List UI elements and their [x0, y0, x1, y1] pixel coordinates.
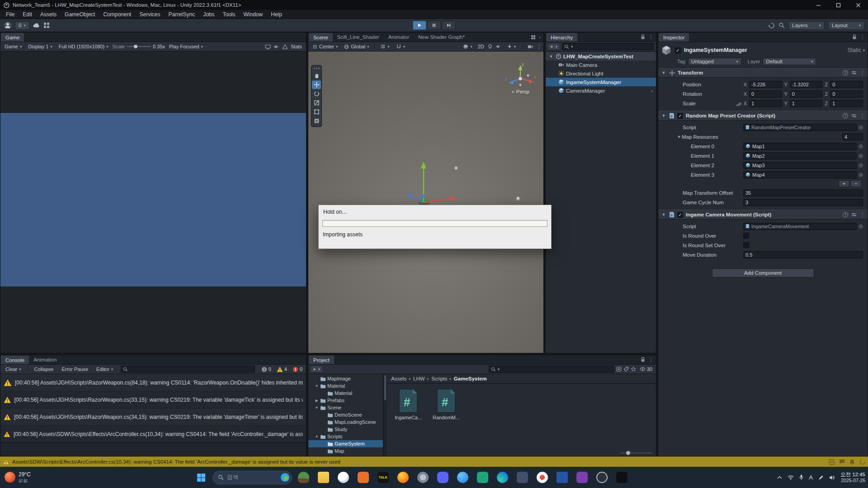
lock-icon[interactable]	[641, 34, 645, 40]
move-tool-button[interactable]	[312, 80, 321, 89]
tab-animator[interactable]: Animator	[384, 33, 414, 42]
help-icon[interactable]: ?	[843, 212, 848, 217]
folder-row[interactable]: MapImage	[308, 375, 383, 382]
shading-mode-dropdown[interactable]: ▾	[461, 44, 474, 49]
static-dropdown[interactable]: Static ▾	[848, 47, 865, 53]
position-y-field[interactable]: -1.3202	[790, 81, 823, 88]
taskbar-app-teal[interactable]	[474, 469, 491, 487]
tab-hierarchy[interactable]: Hierarchy	[546, 33, 577, 42]
search-icon[interactable]	[778, 22, 785, 28]
scene-orientation-gizmo[interactable]: y x z < Persp	[504, 61, 537, 94]
menu-tools[interactable]: Tools	[219, 10, 240, 19]
folder-row[interactable]: Material	[308, 389, 383, 397]
game-view[interactable]	[0, 52, 306, 353]
kebab-menu-icon[interactable]: ⋮	[860, 34, 865, 40]
is-round-over-checkbox[interactable]	[743, 233, 749, 239]
menu-services[interactable]: Services	[135, 10, 164, 19]
hierarchy-item-ingamesystemmanager[interactable]: IngameSystemManager	[546, 78, 656, 86]
element-object-field[interactable]: Map4	[743, 171, 857, 178]
step-button[interactable]	[442, 21, 455, 30]
scale-z-field[interactable]: 1	[830, 100, 863, 107]
taskbar-app-slate[interactable]	[514, 469, 531, 487]
position-x-field[interactable]: -5.226	[749, 81, 782, 88]
status-message[interactable]: Assets\SDW\Scripts\Effects\ArcController…	[12, 459, 340, 465]
presets-icon[interactable]	[851, 212, 857, 217]
clear-button[interactable]: Clear▾	[2, 365, 24, 374]
console-search-input[interactable]	[121, 366, 255, 373]
create-object-button[interactable]: + ▾	[547, 43, 560, 50]
taskbar-search[interactable]: 검색	[212, 471, 292, 484]
services-grid-icon[interactable]	[43, 22, 50, 28]
taskbar-app-edge[interactable]	[494, 469, 511, 487]
hierarchy-item-main-camera[interactable]: Main Camera	[546, 61, 656, 69]
close-button[interactable]	[848, 0, 868, 10]
object-picker-icon[interactable]: ◎	[859, 124, 863, 130]
taskbar-app-light[interactable]	[534, 469, 551, 487]
tab-scifi-line-shader[interactable]: Scifi_Line_Shader	[333, 33, 384, 42]
maximize-button[interactable]	[828, 0, 848, 10]
snap-dropdown[interactable]: ▾	[394, 42, 407, 51]
rect-tool-button[interactable]	[312, 108, 321, 116]
pivot-dropdown[interactable]: Center▾	[310, 42, 340, 51]
taskbar-app-settings[interactable]	[415, 469, 431, 487]
scrollbar-thumb[interactable]	[384, 375, 386, 400]
view-tool-button[interactable]	[312, 71, 321, 80]
stats-button[interactable]: Stats	[291, 44, 304, 49]
map-transform-offset-field[interactable]: 35	[743, 189, 863, 197]
transform-component-header[interactable]: ▼ Transform ? ⋮	[658, 68, 868, 78]
package-visibility-toggle[interactable]: 30	[638, 366, 654, 372]
tab-project[interactable]: Project	[309, 356, 334, 364]
status-bar[interactable]: Assets\SDW\Scripts\Effects\ArcController…	[0, 456, 868, 467]
taskbar-app-discord[interactable]	[434, 469, 451, 487]
object-picker-icon[interactable]: ◎	[859, 162, 863, 168]
warning-count[interactable]: 4	[275, 366, 289, 372]
asset-item[interactable]: # IngameCa...	[393, 388, 423, 420]
kebab-menu-icon[interactable]: ⋮	[860, 113, 865, 119]
folder-row[interactable]: DemoScene	[308, 411, 383, 418]
folder-row[interactable]: MapLoadingScene	[308, 418, 383, 426]
folder-row[interactable]: ▶Prefabs	[308, 397, 383, 404]
game-cycle-num-field[interactable]: 3	[743, 199, 863, 206]
kebab-menu-icon[interactable]: ⋮	[860, 70, 865, 76]
menu-window[interactable]: Window	[240, 10, 267, 19]
lock-icon[interactable]	[852, 34, 857, 40]
folder-row[interactable]: Map	[308, 447, 383, 455]
foldout-open-icon[interactable]: ▼	[661, 113, 666, 118]
move-duration-field[interactable]: 0.5	[743, 251, 863, 258]
menu-parrelsync[interactable]: ParrelSync	[164, 10, 199, 19]
console-log-row[interactable]: [00:40:56] Assets\JGH\Scripts\RazorWeapo…	[0, 374, 306, 391]
taskbar-app-hancom[interactable]	[554, 469, 571, 487]
account-avatar-icon[interactable]	[4, 21, 12, 29]
editor-dropdown[interactable]: Editor▾	[93, 365, 116, 374]
play-focused-dropdown[interactable]: Play Focused▾	[167, 42, 205, 51]
active-checkbox[interactable]: ✓	[675, 47, 681, 53]
expand-children-chevron-icon[interactable]: ›	[651, 88, 654, 94]
object-picker-icon[interactable]: ◎	[859, 143, 863, 149]
scene-lighting-icon[interactable]	[487, 44, 493, 49]
gizmos-icon[interactable]	[282, 44, 288, 50]
foldout-open-icon[interactable]: ▼	[676, 135, 682, 139]
kebab-menu-icon[interactable]: ⋮	[648, 357, 653, 363]
scale-x-field[interactable]: 1	[749, 100, 782, 107]
hierarchy-item-cameramanager[interactable]: CameraManager ›	[546, 86, 656, 95]
collab-count-dropdown[interactable]: 0 ▾	[15, 21, 29, 30]
rotation-y-field[interactable]: 0	[790, 90, 823, 98]
component-enabled-checkbox[interactable]: ✓	[677, 113, 683, 119]
layers-dropdown[interactable]: Layers ▾	[788, 21, 825, 30]
scale-slider[interactable]	[127, 46, 151, 47]
is-round-set-over-checkbox[interactable]	[743, 242, 749, 248]
progress-icon[interactable]	[859, 459, 865, 465]
menu-help[interactable]: Help	[267, 10, 286, 19]
pen-icon[interactable]	[818, 475, 824, 480]
hierarchy-search-input[interactable]: ▾	[562, 43, 654, 50]
breadcrumb-gamesystem[interactable]: GameSystem	[454, 376, 487, 381]
error-pause-toggle[interactable]: Error Pause	[58, 365, 91, 374]
taskbar-clock[interactable]: 오전 12:45 2025-07-26	[840, 471, 865, 484]
position-z-field[interactable]: 0	[830, 81, 863, 88]
microphone-icon[interactable]	[799, 474, 803, 480]
hierarchy-scene-row[interactable]: ▼ LHW_MapCreateSystemTest	[546, 52, 656, 61]
mute-audio-icon[interactable]	[274, 44, 279, 50]
project-search-input[interactable]: ▾	[489, 366, 614, 373]
element-object-field[interactable]: Map2	[743, 152, 857, 160]
search-by-type-icon[interactable]	[616, 366, 622, 372]
